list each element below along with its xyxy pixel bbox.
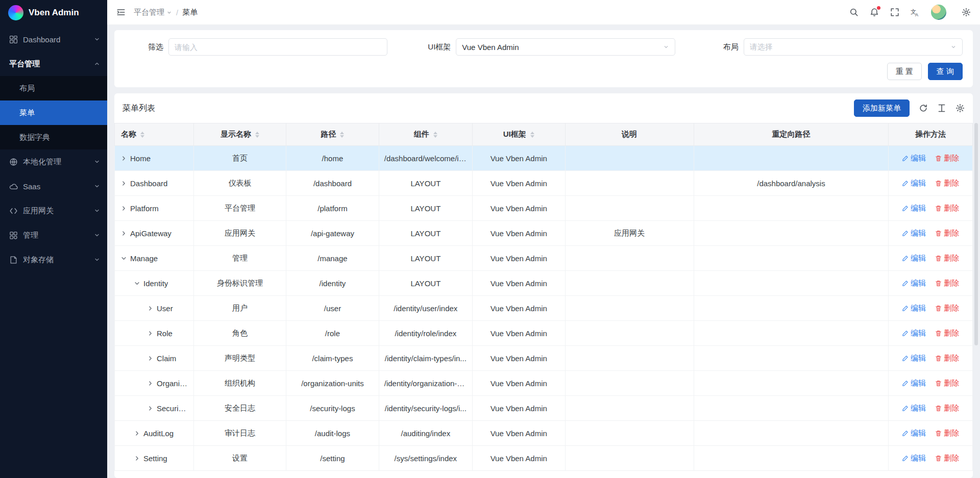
- column-header-1[interactable]: 显示名称: [193, 123, 286, 146]
- cell-redirect: [694, 296, 889, 321]
- sort-icon[interactable]: [433, 132, 437, 138]
- edit-button[interactable]: 编辑: [902, 229, 926, 238]
- menu-collapse-icon[interactable]: [116, 8, 126, 17]
- sort-icon[interactable]: [530, 132, 534, 138]
- cell-description: [565, 371, 694, 396]
- edit-button[interactable]: 编辑: [902, 404, 926, 413]
- row-expand-toggle[interactable]: [121, 181, 127, 186]
- sort-icon[interactable]: [140, 132, 144, 138]
- table-row[interactable]: Identity 身份标识管理 /identity LAYOUT Vue Vbe…: [115, 271, 973, 296]
- gear-icon[interactable]: [962, 8, 971, 17]
- row-expand-toggle[interactable]: [148, 331, 153, 336]
- sort-icon[interactable]: [255, 132, 259, 138]
- sidebar-item-platform[interactable]: 平台管理: [0, 52, 107, 76]
- edit-button[interactable]: 编辑: [902, 204, 926, 213]
- table-row[interactable]: Organiz... 组织机构 /organization-units /ide…: [115, 371, 973, 396]
- delete-button[interactable]: 删除: [935, 404, 959, 413]
- edit-button[interactable]: 编辑: [902, 379, 926, 388]
- sidebar-item-storage[interactable]: 对象存储: [0, 247, 107, 272]
- sidebar-item-menu[interactable]: 菜单: [0, 100, 107, 125]
- logo[interactable]: Vben Admin: [0, 0, 107, 25]
- sidebar-item-localization[interactable]: 本地化管理: [0, 149, 107, 174]
- cell-path: /dashboard: [286, 171, 379, 196]
- column-header-0[interactable]: 名称: [115, 123, 194, 146]
- row-expand-toggle[interactable]: [121, 231, 127, 236]
- row-expand-toggle[interactable]: [134, 431, 140, 436]
- table-row[interactable]: User 用户 /user /identity/user/index Vue V…: [115, 296, 973, 321]
- row-expand-toggle[interactable]: [121, 206, 127, 211]
- table-row[interactable]: ApiGateway 应用网关 /api-gateway LAYOUT Vue …: [115, 221, 973, 246]
- sidebar-item-saas[interactable]: Saas: [0, 174, 107, 198]
- edit-button[interactable]: 编辑: [902, 354, 926, 363]
- reset-button[interactable]: 重 置: [887, 63, 922, 80]
- row-expand-toggle[interactable]: [134, 456, 140, 461]
- edit-button[interactable]: 编辑: [902, 429, 926, 438]
- edit-button[interactable]: 编辑: [902, 304, 926, 313]
- delete-button[interactable]: 删除: [935, 254, 959, 263]
- breadcrumb-item-platform[interactable]: 平台管理: [134, 8, 172, 17]
- bell-icon[interactable]: [870, 8, 879, 17]
- edit-button[interactable]: 编辑: [902, 179, 926, 188]
- column-header-3[interactable]: 组件: [379, 123, 472, 146]
- delete-button[interactable]: 删除: [935, 429, 959, 438]
- layout-select[interactable]: 请选择: [744, 38, 963, 56]
- delete-button[interactable]: 删除: [935, 329, 959, 338]
- delete-button[interactable]: 删除: [935, 179, 959, 188]
- delete-button[interactable]: 删除: [935, 454, 959, 463]
- sidebar-item-layout[interactable]: 布局: [0, 76, 107, 100]
- avatar[interactable]: [931, 5, 946, 20]
- sidebar-item-gateway[interactable]: 应用网关: [0, 198, 107, 223]
- fullscreen-icon[interactable]: [890, 8, 899, 17]
- search-icon[interactable]: [849, 8, 859, 17]
- row-expand-toggle[interactable]: [148, 381, 153, 386]
- delete-button[interactable]: 删除: [935, 204, 959, 213]
- delete-button[interactable]: 删除: [935, 279, 959, 288]
- sidebar-item-dictionary[interactable]: 数据字典: [0, 125, 107, 149]
- table-row[interactable]: Home 首页 /home /dashboard/welcome/in... V…: [115, 146, 973, 171]
- svg-text:A: A: [915, 12, 918, 17]
- table-row[interactable]: Claim 声明类型 /claim-types /identity/claim-…: [115, 346, 973, 371]
- filter-actions: 重 置 查 询: [125, 63, 963, 80]
- edit-button[interactable]: 编辑: [902, 254, 926, 263]
- row-expand-toggle[interactable]: [148, 406, 153, 411]
- table-row[interactable]: Role 角色 /role /identity/role/index Vue V…: [115, 321, 973, 346]
- edit-button[interactable]: 编辑: [902, 154, 926, 163]
- edit-button[interactable]: 编辑: [902, 279, 926, 288]
- table-row[interactable]: Dashboard 仪表板 /dashboard LAYOUT Vue Vben…: [115, 171, 973, 196]
- gear-icon[interactable]: [955, 104, 965, 113]
- column-header-4[interactable]: UI框架: [472, 123, 565, 146]
- translate-icon[interactable]: 文A: [911, 8, 920, 17]
- delete-button[interactable]: 删除: [935, 379, 959, 388]
- row-expand-toggle[interactable]: [148, 356, 153, 361]
- delete-button[interactable]: 删除: [935, 229, 959, 238]
- search-button[interactable]: 查 询: [928, 63, 963, 80]
- table-row[interactable]: Setting 设置 /setting /sys/settings/index …: [115, 446, 973, 471]
- delete-button[interactable]: 删除: [935, 304, 959, 313]
- storage-icon: [9, 256, 18, 264]
- sidebar-item-manage[interactable]: 管理: [0, 223, 107, 247]
- refresh-icon[interactable]: [919, 104, 928, 113]
- sidebar-item-dashboard[interactable]: Dashboard: [0, 27, 107, 52]
- column-header-2[interactable]: 路径: [286, 123, 379, 146]
- breadcrumb-item-menu[interactable]: 菜单: [182, 8, 198, 17]
- table-row[interactable]: Platform 平台管理 /platform LAYOUT Vue Vben …: [115, 196, 973, 221]
- scrollbar-thumb[interactable]: [974, 123, 978, 345]
- table-row[interactable]: AuditLog 审计日志 /audit-logs /auditing/inde…: [115, 421, 973, 446]
- table-row[interactable]: Security... 安全日志 /security-logs /identit…: [115, 396, 973, 421]
- sort-icon[interactable]: [340, 132, 344, 138]
- row-expand-toggle[interactable]: [121, 256, 127, 261]
- trash-icon: [935, 305, 942, 312]
- row-expand-toggle[interactable]: [121, 156, 127, 161]
- edit-button[interactable]: 编辑: [902, 454, 926, 463]
- edit-button[interactable]: 编辑: [902, 329, 926, 338]
- add-menu-button[interactable]: 添加新菜单: [854, 99, 910, 117]
- row-expand-toggle[interactable]: [134, 281, 140, 286]
- chevron-down-icon: [94, 232, 100, 238]
- table-row[interactable]: Manage 管理 /manage LAYOUT Vue Vben Admin …: [115, 246, 973, 271]
- column-height-icon[interactable]: [937, 104, 946, 113]
- filter-input[interactable]: [168, 38, 387, 56]
- delete-button[interactable]: 删除: [935, 354, 959, 363]
- ui-framework-select[interactable]: Vue Vben Admin: [456, 38, 675, 56]
- delete-button[interactable]: 删除: [935, 154, 959, 163]
- row-expand-toggle[interactable]: [148, 306, 153, 311]
